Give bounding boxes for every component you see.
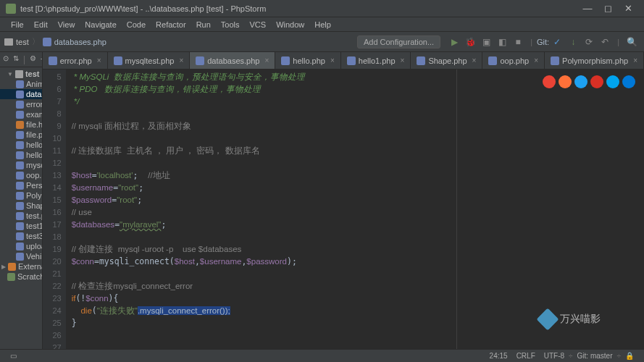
tree-item[interactable]: Shape.ph [0, 201, 42, 211]
menu-edit[interactable]: Edit [29, 20, 53, 29]
cursor-position[interactable]: 24:15 [490, 352, 508, 360]
tree-root[interactable]: ▼ test D:\php [0, 69, 42, 79]
close-icon[interactable]: × [401, 56, 405, 64]
tree-scratches[interactable]: Scratches an [0, 272, 42, 282]
breadcrumb-folder[interactable]: test [16, 38, 29, 46]
breadcrumb: test 〉 databases.php [4, 36, 106, 47]
tree-item[interactable]: test3.ph [0, 231, 42, 241]
stop-icon[interactable]: ■ [512, 37, 524, 47]
file-icon [16, 90, 24, 98]
nav-toolbar: test 〉 databases.php Add Configuration..… [0, 32, 644, 52]
git-branch[interactable]: Git: master [577, 352, 613, 360]
watermark-text: 万兴喵影 [560, 313, 601, 326]
sidebar-header: ⊙ ⇅ | ⚙ — [0, 52, 42, 67]
menu-file[interactable]: File [6, 20, 29, 29]
file-icon [16, 151, 24, 159]
tree-item[interactable]: mysqltes [0, 160, 42, 170]
file-icon [16, 131, 24, 139]
minimize-button[interactable]: — [577, 3, 598, 14]
tree-item[interactable]: test1.ph [0, 221, 42, 231]
opera-icon[interactable] [590, 75, 603, 88]
profile-icon[interactable]: ◧ [496, 37, 508, 47]
breadcrumb-file[interactable]: databases.php [54, 38, 106, 46]
firefox-icon[interactable] [559, 75, 572, 88]
tree-item[interactable]: hello.php [0, 140, 42, 150]
editor-tab[interactable]: hello1.php× [341, 52, 411, 69]
tree-external-libs[interactable]: ▶External Libr [0, 261, 42, 272]
search-icon[interactable]: 🔍 [626, 37, 637, 47]
menu-run[interactable]: Run [191, 20, 216, 29]
run-icon[interactable]: ▶ [448, 37, 460, 47]
tree-item[interactable]: error.php [0, 99, 42, 109]
git-commit-icon[interactable]: ↓ [567, 37, 579, 47]
menu-tools[interactable]: Tools [216, 20, 245, 29]
tree-item[interactable]: Vehicle.p [0, 251, 42, 261]
close-icon[interactable]: × [264, 56, 269, 64]
add-configuration-button[interactable]: Add Configuration... [357, 35, 440, 49]
tree-item[interactable]: upload.p [0, 241, 42, 251]
edge-icon[interactable] [622, 75, 635, 88]
tree-item[interactable]: Animal.p [0, 79, 42, 89]
close-icon[interactable]: × [97, 56, 101, 64]
tree-item[interactable]: Person.p [0, 180, 42, 190]
php-file-icon [551, 56, 559, 65]
tree-item[interactable]: hello1.ph [0, 150, 42, 160]
line-separator[interactable]: CRLF [517, 352, 535, 360]
git-history-icon[interactable]: ⟳ [583, 37, 595, 47]
editor-tab[interactable]: hello.php× [275, 52, 341, 69]
debug-icon[interactable]: 🐞 [464, 37, 476, 47]
encoding[interactable]: UTF-8 [544, 352, 564, 360]
close-icon[interactable]: × [472, 56, 477, 64]
ie-icon[interactable] [606, 75, 619, 88]
file-icon [16, 141, 24, 149]
editor-tab[interactable]: oop.php× [482, 52, 545, 69]
git-update-icon[interactable]: ✓ [551, 37, 563, 47]
gutter: 5678910111213141516171819202122232425262… [43, 70, 66, 349]
menu-help[interactable]: Help [309, 20, 336, 29]
menu-view[interactable]: View [53, 20, 80, 29]
php-file-icon [196, 56, 204, 65]
status-indicator-icon[interactable]: ▭ [10, 352, 17, 360]
php-file-icon [114, 56, 122, 65]
code-area[interactable]: * MySQLi 数据库连接与查询，预处理语句与安全，事物处理 * PDO 数据… [66, 70, 457, 349]
gear-icon[interactable]: ⚙ [30, 54, 36, 64]
tree-item[interactable]: example. [0, 109, 42, 119]
chrome-icon[interactable] [543, 75, 556, 88]
coverage-icon[interactable]: ▣ [480, 37, 492, 47]
tree-item[interactable]: database [0, 89, 42, 99]
safari-icon[interactable] [574, 75, 587, 88]
editor-tab[interactable]: Shape.php× [411, 52, 482, 69]
file-icon [16, 192, 24, 200]
menu-navigate[interactable]: Navigate [80, 20, 121, 29]
title-bar: test [D:\phpstudy_pro\WWW\test] - ..\dat… [0, 0, 644, 17]
git-revert-icon[interactable]: ↶ [599, 37, 611, 47]
expand-icon[interactable]: ⇅ [13, 54, 19, 64]
tree-item[interactable]: oop.php [0, 170, 42, 180]
tree-item[interactable]: file.php [0, 130, 42, 140]
maximize-button[interactable]: ◻ [598, 3, 618, 14]
menu-window[interactable]: Window [271, 20, 309, 29]
menu-bar: FileEditViewNavigateCodeRefactorRunTools… [0, 17, 644, 32]
close-icon[interactable]: × [179, 56, 183, 64]
editor-tab[interactable]: mysqltest.php× [108, 52, 191, 69]
editor-tab[interactable]: error.php× [43, 52, 108, 69]
file-icon [16, 182, 24, 190]
menu-code[interactable]: Code [122, 20, 151, 29]
editor-tab[interactable]: databases.php× [190, 52, 275, 69]
close-icon[interactable]: × [330, 56, 335, 64]
menu-vcs[interactable]: VCS [245, 20, 272, 29]
file-icon [16, 253, 24, 261]
file-icon [16, 222, 24, 230]
folder-icon [4, 38, 13, 46]
tree-item[interactable]: Polymor [0, 190, 42, 201]
tree-item[interactable]: file.html [0, 119, 42, 130]
lock-icon[interactable]: 🔒 [625, 352, 634, 360]
close-button[interactable]: ✕ [618, 3, 638, 14]
editor-tab[interactable]: Polymorphism.php× [545, 52, 644, 69]
file-icon [16, 172, 24, 180]
close-icon[interactable]: × [633, 56, 637, 64]
close-icon[interactable]: × [534, 56, 538, 64]
select-opened-icon[interactable]: ⊙ [3, 54, 9, 64]
tree-item[interactable]: test.php [0, 211, 42, 221]
menu-refactor[interactable]: Refactor [151, 20, 191, 29]
